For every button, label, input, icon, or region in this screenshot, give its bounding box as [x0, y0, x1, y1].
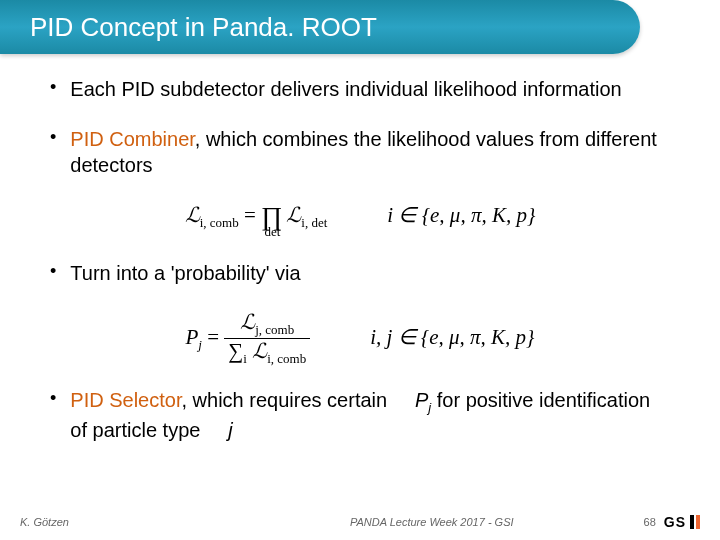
- slide-title: PID Concept in Panda. ROOT: [30, 12, 377, 43]
- bullet-4: • PID Selector, which requires certain P…: [50, 387, 670, 443]
- slide-body: • Each PID subdetector delivers individu…: [0, 54, 720, 443]
- highlight: PID Combiner: [70, 128, 195, 150]
- bullet-3: • Turn into a 'probability' via: [50, 260, 670, 286]
- bullet-mark: •: [50, 126, 56, 149]
- formula-2: Pj = ℒj, comb∑i ℒi, combi, j ∈ {e, μ, π,…: [50, 310, 670, 367]
- highlight: PID Selector: [70, 389, 181, 411]
- bullet-text: Each PID subdetector delivers individual…: [70, 76, 621, 102]
- bullet-2: • PID Combiner, which combines the likel…: [50, 126, 670, 178]
- bullet-text: Turn into a 'probability' via: [70, 260, 300, 286]
- footer-author: K. Götzen: [20, 516, 220, 528]
- slide-footer: K. Götzen PANDA Lecture Week 2017 - GSI …: [0, 514, 720, 530]
- bullet-text: PID Selector, which requires certain Pj …: [70, 387, 670, 443]
- footer-title: PANDA Lecture Week 2017 - GSI: [220, 516, 644, 528]
- bullet-1: • Each PID subdetector delivers individu…: [50, 76, 670, 102]
- bullet-mark: •: [50, 387, 56, 410]
- bullet-mark: •: [50, 260, 56, 283]
- title-bar: PID Concept in Panda. ROOT: [0, 0, 640, 54]
- gsi-logo: GS: [664, 514, 700, 530]
- bullet-mark: •: [50, 76, 56, 99]
- formula-1: ℒi, comb = ∏detℒi, deti ∈ {e, μ, π, K, p…: [50, 202, 670, 240]
- slide-number: 68: [644, 516, 656, 528]
- bullet-text: PID Combiner, which combines the likelih…: [70, 126, 670, 178]
